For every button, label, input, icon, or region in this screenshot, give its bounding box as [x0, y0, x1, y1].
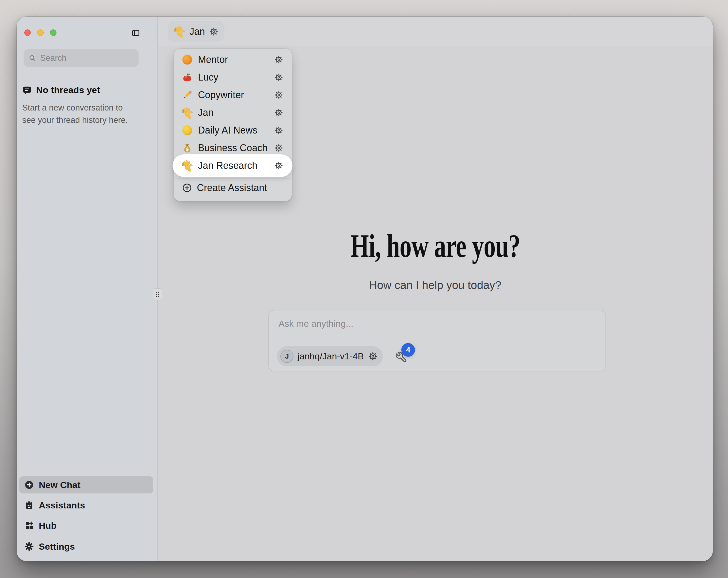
orange-circle-emoji-icon [181, 53, 193, 66]
greeting-subtitle: How can I help you today? [158, 279, 713, 292]
assistant-selector-label: Jan [189, 26, 205, 37]
gear-icon[interactable] [274, 144, 283, 153]
model-name: janhq/Jan-v1-4B [297, 351, 364, 361]
chat-bubble-icon [22, 85, 32, 95]
gear-icon[interactable] [274, 126, 283, 135]
hub-icon [24, 521, 34, 531]
wave-emoji-icon [181, 159, 193, 172]
yellow-circle-emoji-icon [181, 124, 193, 136]
window-controls [24, 29, 56, 36]
greeting-block: Hi, how are you? How can I help you toda… [158, 230, 713, 292]
menu-item-jan[interactable]: Jan [174, 104, 292, 122]
sidebar-item-settings[interactable]: Settings [19, 538, 153, 555]
search-icon [28, 54, 36, 62]
close-window-button[interactable] [24, 29, 31, 36]
wave-emoji-icon [173, 25, 185, 38]
sidebar-item-assistants[interactable]: Assistants [19, 497, 153, 514]
menu-item-label: Jan Research [198, 160, 270, 171]
menu-item-mentor[interactable]: Mentor [174, 51, 292, 69]
new-chat-plus-icon [24, 480, 34, 490]
money-bag-emoji-icon [181, 142, 193, 154]
menu-item-label: Daily AI News [198, 125, 270, 136]
gear-icon[interactable] [274, 91, 283, 100]
menu-item-copywriter[interactable]: Copywriter [174, 86, 292, 104]
model-settings-gear-icon[interactable] [368, 351, 378, 361]
menu-item-label: Lucy [198, 72, 270, 83]
search-box[interactable] [24, 49, 138, 67]
tools-count-badge: 4 [401, 343, 415, 357]
settings-gear-icon [24, 541, 34, 552]
pencil-emoji-icon [181, 89, 193, 101]
plus-circle-icon [182, 182, 192, 193]
search-input[interactable] [40, 53, 134, 63]
sidebar-resize-handle[interactable] [153, 288, 162, 300]
menu-item-daily-ai-news[interactable]: Daily AI News [174, 122, 292, 139]
create-assistant-button[interactable]: Create Assistant [174, 179, 292, 197]
sidebar-item-label: Assistants [39, 500, 85, 510]
app-window: No threads yet Start a new conversation … [17, 17, 713, 561]
model-avatar: J [280, 350, 293, 363]
assistant-settings-gear-icon[interactable] [209, 27, 218, 36]
sidebar-item-label: Hub [39, 521, 56, 531]
sidebar-item-hub[interactable]: Hub [19, 517, 153, 534]
chat-input[interactable] [279, 319, 594, 334]
zoom-window-button[interactable] [50, 29, 56, 36]
menu-item-label: Jan [198, 107, 270, 118]
assistants-icon [24, 500, 34, 510]
model-selector[interactable]: J janhq/Jan-v1-4B [277, 346, 383, 366]
empty-state-title: No threads yet [22, 85, 100, 95]
gear-icon[interactable] [274, 55, 283, 64]
sidebar-item-label: New Chat [39, 480, 80, 490]
menu-item-lucy[interactable]: Lucy [174, 69, 292, 86]
menu-item-jan-research-selected[interactable]: Jan Research [174, 157, 292, 174]
sidebar: No threads yet Start a new conversation … [17, 17, 158, 561]
chat-composer[interactable]: J janhq/Jan-v1-4B 4 [268, 310, 606, 371]
sidebar-item-label: Settings [39, 541, 75, 552]
tools-button[interactable]: 4 [394, 343, 423, 367]
sidebar-toggle-icon[interactable] [131, 28, 140, 37]
gear-icon[interactable] [274, 161, 283, 170]
wave-emoji-icon [181, 106, 193, 119]
main-topbar [158, 17, 713, 46]
menu-item-label: Copywriter [198, 90, 270, 101]
menu-item-label: Business Coach [198, 142, 270, 154]
main-area: Jan Mentor Lucy Copywriter Jan [158, 17, 713, 561]
gear-icon[interactable] [274, 108, 283, 117]
sidebar-item-new-chat[interactable]: New Chat [19, 476, 153, 494]
assistant-dropdown-menu: Mentor Lucy Copywriter Jan Daily AI News [174, 49, 292, 201]
gear-icon[interactable] [274, 73, 283, 82]
menu-item-label: Mentor [198, 54, 270, 65]
minimize-window-button[interactable] [37, 29, 44, 36]
create-assistant-label: Create Assistant [197, 182, 267, 194]
greeting-title: Hi, how are you? [158, 230, 713, 262]
empty-state-heading: No threads yet [36, 85, 100, 95]
assistant-selector[interactable]: Jan [168, 21, 225, 42]
empty-state-description: Start a new conversation to see your thr… [22, 102, 137, 126]
grip-dots-icon [155, 291, 160, 298]
apple-emoji-icon [181, 71, 193, 83]
